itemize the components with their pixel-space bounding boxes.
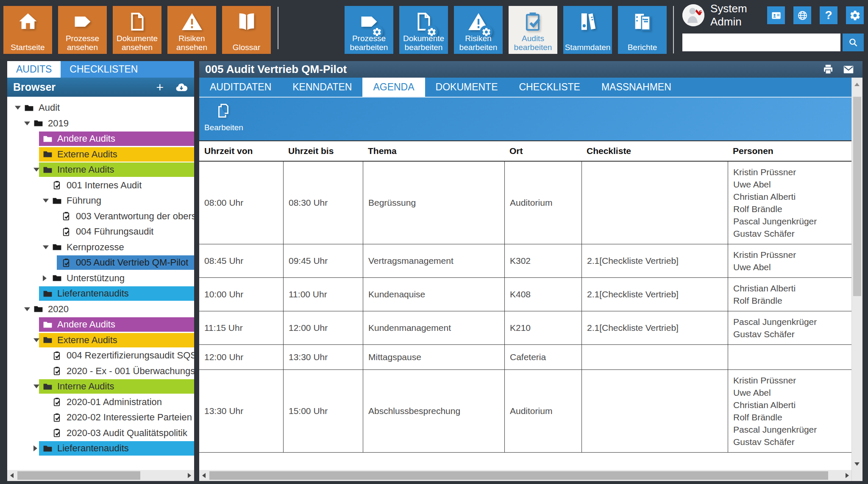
tree-item-2019[interactable]: 2019 (7, 116, 194, 131)
tab-massnahmen[interactable]: MASSNAHMEN (591, 78, 682, 97)
scroll-up-icon[interactable] (854, 83, 860, 86)
tree-item-lieferantenaudits[interactable]: Lieferantenaudits (7, 441, 194, 456)
add-icon[interactable]: + (156, 81, 164, 94)
cell-uhrzeit-von: 08:00 Uhr (199, 162, 283, 244)
collapse-arrow-icon[interactable] (43, 245, 49, 249)
tree-item-interne-audits[interactable]: Interne Audits (7, 162, 194, 178)
scroll-down-icon[interactable] (854, 462, 860, 466)
edit-button[interactable]: Bearbeiten (204, 102, 242, 132)
tile-risiken-bearbeiten[interactable]: Risiken bearbeiten (454, 6, 503, 54)
tile-berichte[interactable]: Berichte (618, 6, 667, 54)
edit-buttons: Prozesse bearbeitenDokumente bearbeitenR… (345, 6, 673, 54)
scroll-left-icon[interactable] (10, 473, 14, 478)
tree-item-label: Interne Audits (57, 381, 114, 392)
tree-item-audit[interactable]: Audit (7, 100, 194, 116)
collapse-arrow-icon[interactable] (24, 307, 30, 311)
tab-auditdaten[interactable]: AUDITDATEN (199, 78, 282, 97)
search-icon (848, 37, 859, 48)
cell-ort: K302 (504, 244, 581, 277)
toolbar-divider (278, 7, 278, 49)
tree-item-004-führungsaudit[interactable]: 004 Führungsaudit (7, 224, 194, 240)
tree-item-führung[interactable]: Führung (7, 193, 194, 209)
tree-item-label: 005 Audit Vertrieb QM-Pilot (76, 257, 188, 268)
tile-glossar[interactable]: Glossar (222, 6, 271, 54)
folder-icon (52, 196, 62, 206)
binder-icon (563, 8, 612, 35)
scrollbar-thumb[interactable] (853, 97, 861, 296)
tree-item-001-internes-audit[interactable]: 001 Internes Audit (7, 178, 194, 193)
settings-button[interactable] (846, 6, 864, 24)
book-icon (222, 8, 271, 35)
agenda-row[interactable]: 10:00 Uhr11:00 UhrKundenaquiseK4082.1[Ch… (199, 278, 852, 311)
tree-item-andere-audits[interactable]: Andere Audits (7, 131, 194, 147)
collapse-arrow-icon[interactable] (43, 199, 49, 203)
tree-item-005-audit-vertrieb-qm-pilot[interactable]: 005 Audit Vertrieb QM-Pilot (7, 255, 194, 271)
sidebar-tab-checklisten[interactable]: CHECKLISTEN (61, 61, 147, 78)
tree-item-2020-01-administration[interactable]: 2020-01 Administration (7, 394, 194, 410)
tree-item-andere-audits[interactable]: Andere Audits (7, 317, 194, 333)
tree-item-2020-02-interessierte-parteien[interactable]: 2020-02 Interessierte Parteien (7, 410, 194, 425)
tree-item-kernprozesse[interactable]: Kernprozesse (7, 240, 194, 255)
agenda-row[interactable]: 08:00 Uhr08:30 UhrBegrüssungAuditoriumKr… (199, 162, 852, 244)
scroll-right-icon[interactable] (846, 473, 849, 478)
collapse-arrow-icon[interactable] (33, 338, 39, 342)
cell-personen: Kristin Prüssner Uwe Abel Christian Albe… (728, 162, 852, 244)
mail-icon[interactable] (842, 63, 855, 76)
scrollbar-thumb[interactable] (17, 471, 140, 480)
tree-item-2020-ex-001-überwachungsaudit-i[interactable]: 2020 - Ex - 001 Überwachungsaudit I (7, 364, 194, 379)
settings-icon (849, 10, 861, 21)
tree-item-interne-audits[interactable]: Interne Audits (7, 379, 194, 394)
tree-item-003-verantwortung-der-obersten-l[interactable]: 003 Verantwortung der obersten L (7, 209, 194, 224)
cloud-download-icon[interactable] (175, 81, 188, 94)
avatar[interactable] (682, 4, 704, 26)
sidebar-horizontal-scrollbar[interactable] (7, 470, 194, 481)
scroll-right-icon[interactable] (188, 473, 191, 478)
tile-audits-bearbeiten[interactable]: Audits bearbeiten (509, 6, 557, 54)
tile-dokumente-bearbeiten[interactable]: Dokumente bearbeiten (399, 6, 448, 54)
agenda-row[interactable]: 12:00 Uhr13:30 UhrMittagspauseCafeteria (199, 345, 852, 370)
tree-item-2020-03-audit-qualitätspolitik[interactable]: 2020-03 Audit Qualitätspolitik (7, 425, 194, 441)
cell-uhrzeit-von: 13:30 Uhr (199, 370, 283, 452)
tree-item-externe-audits[interactable]: Externe Audits (7, 333, 194, 348)
tile-prozesse-ansehen[interactable]: Prozesse ansehen (58, 6, 107, 54)
tree-item-2020[interactable]: 2020 (7, 302, 194, 317)
id-badge-button[interactable] (767, 6, 785, 24)
main-vertical-scrollbar[interactable] (851, 78, 862, 481)
tile-stammdaten[interactable]: Stammdaten (563, 6, 612, 54)
expand-arrow-icon[interactable] (33, 445, 37, 451)
tree-item-unterstützung[interactable]: Unterstützung (7, 271, 194, 286)
cell-uhrzeit-bis: 12:00 Uhr (283, 311, 363, 344)
sidebar-tab-audits[interactable]: AUDITS (7, 61, 61, 78)
audit-icon (61, 211, 72, 221)
tab-dokumente[interactable]: DOKUMENTE (425, 78, 509, 97)
globe-button[interactable] (793, 6, 811, 24)
agenda-row[interactable]: 08:45 Uhr09:45 UhrVertragsmanagementK302… (199, 244, 852, 278)
tile-startseite[interactable]: Startseite (3, 6, 52, 54)
tree-item-lieferantenaudits[interactable]: Lieferantenaudits (7, 286, 194, 302)
expand-arrow-icon[interactable] (43, 275, 47, 281)
tab-agenda[interactable]: AGENDA (362, 78, 425, 97)
tree-item-004-rezertifizierungsaudit-sqs-iso-9[interactable]: 004 Rezertifizierungsaudit SQS ISO 9 (7, 348, 194, 364)
warning-icon (167, 8, 216, 35)
user-divider (673, 6, 674, 53)
scrollbar-thumb[interactable] (209, 471, 828, 480)
help-button[interactable]: ? (820, 6, 837, 24)
agenda-row[interactable]: 13:30 Uhr15:00 UhrAbschlussbesprechungAu… (199, 370, 852, 453)
collapse-arrow-icon[interactable] (33, 168, 39, 172)
search-input[interactable] (682, 34, 840, 51)
search-button[interactable] (843, 34, 864, 51)
tree-item-externe-audits[interactable]: Externe Audits (7, 147, 194, 162)
main-horizontal-scrollbar[interactable] (199, 470, 852, 481)
collapse-arrow-icon[interactable] (24, 121, 30, 125)
tile-risiken-ansehen[interactable]: Risiken ansehen (167, 6, 216, 54)
agenda-row[interactable]: 11:15 Uhr12:00 UhrKundenmanagementK2102.… (199, 311, 852, 345)
folder-icon (42, 149, 53, 159)
tab-kenndaten[interactable]: KENNDATEN (282, 78, 362, 97)
tile-dokumente-ansehen[interactable]: Dokumente ansehen (113, 6, 161, 54)
tab-checkliste[interactable]: CHECKLISTE (509, 78, 591, 97)
print-icon[interactable] (822, 63, 835, 76)
collapse-arrow-icon[interactable] (15, 106, 21, 110)
tile-prozesse-bearbeiten[interactable]: Prozesse bearbeiten (345, 6, 393, 54)
scroll-left-icon[interactable] (202, 473, 206, 478)
collapse-arrow-icon[interactable] (33, 385, 39, 389)
